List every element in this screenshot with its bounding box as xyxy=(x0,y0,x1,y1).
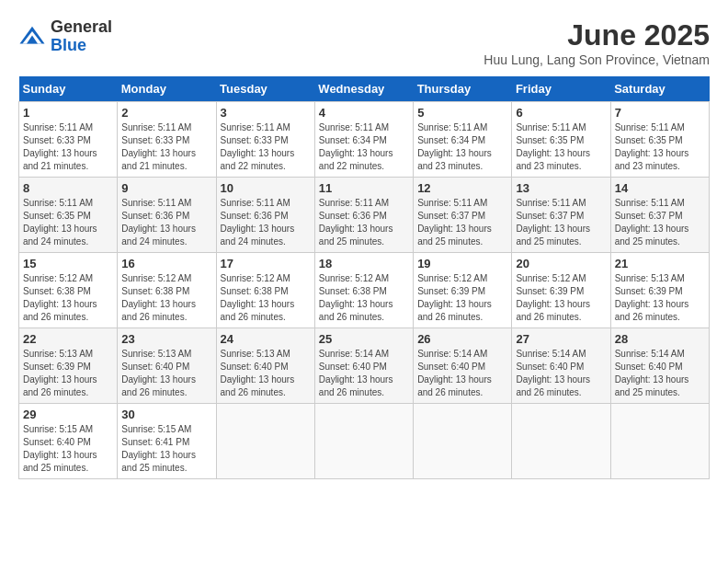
table-row: 28 Sunrise: 5:14 AM Sunset: 6:40 PM Dayl… xyxy=(610,328,709,404)
table-row: 30 Sunrise: 5:15 AM Sunset: 6:41 PM Dayl… xyxy=(118,404,216,479)
day-info: Sunrise: 5:11 AM Sunset: 6:36 PM Dayligh… xyxy=(121,198,196,247)
table-row xyxy=(216,404,314,479)
day-number: 14 xyxy=(615,181,705,195)
table-row: 3 Sunrise: 5:11 AM Sunset: 6:33 PM Dayli… xyxy=(216,102,314,178)
day-number: 17 xyxy=(221,257,311,270)
table-row: 11 Sunrise: 5:11 AM Sunset: 6:36 PM Dayl… xyxy=(314,178,413,253)
day-number: 26 xyxy=(417,332,507,346)
day-number: 15 xyxy=(23,257,113,270)
day-info: Sunrise: 5:11 AM Sunset: 6:34 PM Dayligh… xyxy=(417,122,492,171)
table-row xyxy=(314,404,413,479)
table-row: 23 Sunrise: 5:13 AM Sunset: 6:40 PM Dayl… xyxy=(118,328,216,404)
page-header: General Blue June 2025 Huu Lung, Lang So… xyxy=(18,18,710,67)
logo-general-text: General xyxy=(51,18,112,37)
month-title: June 2025 xyxy=(483,18,710,52)
table-row: 26 Sunrise: 5:14 AM Sunset: 6:40 PM Dayl… xyxy=(414,328,512,404)
day-info: Sunrise: 5:12 AM Sunset: 6:38 PM Dayligh… xyxy=(221,273,295,322)
calendar-header-row: Sunday Monday Tuesday Wednesday Thursday… xyxy=(19,76,710,102)
calendar-week-row: 15 Sunrise: 5:12 AM Sunset: 6:38 PM Dayl… xyxy=(19,253,710,328)
table-row: 2 Sunrise: 5:11 AM Sunset: 6:33 PM Dayli… xyxy=(118,102,216,178)
table-row: 8 Sunrise: 5:11 AM Sunset: 6:35 PM Dayli… xyxy=(19,178,118,253)
col-thursday: Thursday xyxy=(414,76,512,102)
day-info: Sunrise: 5:11 AM Sunset: 6:36 PM Dayligh… xyxy=(221,198,295,247)
day-number: 9 xyxy=(121,181,211,195)
day-info: Sunrise: 5:13 AM Sunset: 6:39 PM Dayligh… xyxy=(615,273,689,322)
day-info: Sunrise: 5:13 AM Sunset: 6:40 PM Dayligh… xyxy=(121,349,196,397)
table-row: 4 Sunrise: 5:11 AM Sunset: 6:34 PM Dayli… xyxy=(314,102,413,178)
calendar-week-row: 1 Sunrise: 5:11 AM Sunset: 6:33 PM Dayli… xyxy=(19,102,710,178)
col-sunday: Sunday xyxy=(19,76,118,102)
location-title: Huu Lung, Lang Son Province, Vietnam xyxy=(483,52,710,67)
day-number: 24 xyxy=(221,332,311,346)
day-number: 3 xyxy=(221,106,311,120)
day-info: Sunrise: 5:11 AM Sunset: 6:34 PM Dayligh… xyxy=(319,122,393,171)
day-number: 22 xyxy=(23,332,113,346)
day-info: Sunrise: 5:12 AM Sunset: 6:38 PM Dayligh… xyxy=(23,273,97,322)
col-tuesday: Tuesday xyxy=(216,76,314,102)
day-number: 27 xyxy=(516,332,606,346)
day-info: Sunrise: 5:11 AM Sunset: 6:37 PM Dayligh… xyxy=(417,198,492,247)
table-row: 12 Sunrise: 5:11 AM Sunset: 6:37 PM Dayl… xyxy=(414,178,512,253)
table-row: 1 Sunrise: 5:11 AM Sunset: 6:33 PM Dayli… xyxy=(19,102,118,178)
day-number: 5 xyxy=(417,106,507,120)
day-info: Sunrise: 5:11 AM Sunset: 6:35 PM Dayligh… xyxy=(23,198,97,247)
logo: General Blue xyxy=(18,18,112,55)
table-row: 21 Sunrise: 5:13 AM Sunset: 6:39 PM Dayl… xyxy=(610,253,709,328)
day-info: Sunrise: 5:13 AM Sunset: 6:39 PM Dayligh… xyxy=(23,349,97,397)
table-row: 20 Sunrise: 5:12 AM Sunset: 6:39 PM Dayl… xyxy=(512,253,610,328)
day-info: Sunrise: 5:11 AM Sunset: 6:37 PM Dayligh… xyxy=(516,198,590,247)
day-info: Sunrise: 5:13 AM Sunset: 6:40 PM Dayligh… xyxy=(221,349,295,397)
table-row: 15 Sunrise: 5:12 AM Sunset: 6:38 PM Dayl… xyxy=(19,253,118,328)
day-number: 12 xyxy=(417,181,507,195)
calendar-week-row: 22 Sunrise: 5:13 AM Sunset: 6:39 PM Dayl… xyxy=(19,328,710,404)
table-row: 6 Sunrise: 5:11 AM Sunset: 6:35 PM Dayli… xyxy=(512,102,610,178)
day-number: 11 xyxy=(319,181,409,195)
table-row: 19 Sunrise: 5:12 AM Sunset: 6:39 PM Dayl… xyxy=(414,253,512,328)
day-info: Sunrise: 5:14 AM Sunset: 6:40 PM Dayligh… xyxy=(417,349,492,397)
table-row xyxy=(414,404,512,479)
day-info: Sunrise: 5:14 AM Sunset: 6:40 PM Dayligh… xyxy=(516,349,590,397)
day-info: Sunrise: 5:11 AM Sunset: 6:33 PM Dayligh… xyxy=(23,122,97,171)
table-row xyxy=(512,404,610,479)
day-info: Sunrise: 5:11 AM Sunset: 6:33 PM Dayligh… xyxy=(221,122,295,171)
table-row: 22 Sunrise: 5:13 AM Sunset: 6:39 PM Dayl… xyxy=(19,328,118,404)
table-row: 25 Sunrise: 5:14 AM Sunset: 6:40 PM Dayl… xyxy=(314,328,413,404)
day-info: Sunrise: 5:12 AM Sunset: 6:39 PM Dayligh… xyxy=(417,273,492,322)
table-row: 27 Sunrise: 5:14 AM Sunset: 6:40 PM Dayl… xyxy=(512,328,610,404)
col-saturday: Saturday xyxy=(610,76,709,102)
day-info: Sunrise: 5:15 AM Sunset: 6:41 PM Dayligh… xyxy=(121,424,196,473)
day-number: 13 xyxy=(516,181,606,195)
col-monday: Monday xyxy=(118,76,216,102)
calendar-table: Sunday Monday Tuesday Wednesday Thursday… xyxy=(18,76,710,479)
day-info: Sunrise: 5:11 AM Sunset: 6:35 PM Dayligh… xyxy=(615,122,689,171)
calendar-week-row: 8 Sunrise: 5:11 AM Sunset: 6:35 PM Dayli… xyxy=(19,178,710,253)
logo-text: General Blue xyxy=(51,18,112,55)
table-row: 16 Sunrise: 5:12 AM Sunset: 6:38 PM Dayl… xyxy=(118,253,216,328)
day-info: Sunrise: 5:11 AM Sunset: 6:36 PM Dayligh… xyxy=(319,198,393,247)
day-number: 20 xyxy=(516,257,606,270)
day-info: Sunrise: 5:12 AM Sunset: 6:39 PM Dayligh… xyxy=(516,273,590,322)
day-number: 30 xyxy=(121,408,211,421)
day-number: 8 xyxy=(23,181,113,195)
day-number: 7 xyxy=(615,106,705,120)
table-row: 9 Sunrise: 5:11 AM Sunset: 6:36 PM Dayli… xyxy=(118,178,216,253)
day-info: Sunrise: 5:11 AM Sunset: 6:35 PM Dayligh… xyxy=(516,122,590,171)
day-number: 2 xyxy=(121,106,211,120)
day-number: 4 xyxy=(319,106,409,120)
day-info: Sunrise: 5:12 AM Sunset: 6:38 PM Dayligh… xyxy=(121,273,196,322)
day-number: 25 xyxy=(319,332,409,346)
day-number: 28 xyxy=(615,332,705,346)
day-info: Sunrise: 5:14 AM Sunset: 6:40 PM Dayligh… xyxy=(319,349,393,397)
col-wednesday: Wednesday xyxy=(314,76,413,102)
day-number: 29 xyxy=(23,408,113,421)
calendar-week-row: 29 Sunrise: 5:15 AM Sunset: 6:40 PM Dayl… xyxy=(19,404,710,479)
day-number: 10 xyxy=(221,181,311,195)
table-row: 7 Sunrise: 5:11 AM Sunset: 6:35 PM Dayli… xyxy=(610,102,709,178)
table-row: 24 Sunrise: 5:13 AM Sunset: 6:40 PM Dayl… xyxy=(216,328,314,404)
table-row: 5 Sunrise: 5:11 AM Sunset: 6:34 PM Dayli… xyxy=(414,102,512,178)
day-info: Sunrise: 5:15 AM Sunset: 6:40 PM Dayligh… xyxy=(23,424,97,473)
day-info: Sunrise: 5:14 AM Sunset: 6:40 PM Dayligh… xyxy=(615,349,689,397)
table-row: 13 Sunrise: 5:11 AM Sunset: 6:37 PM Dayl… xyxy=(512,178,610,253)
day-number: 19 xyxy=(417,257,507,270)
day-info: Sunrise: 5:12 AM Sunset: 6:38 PM Dayligh… xyxy=(319,273,393,322)
